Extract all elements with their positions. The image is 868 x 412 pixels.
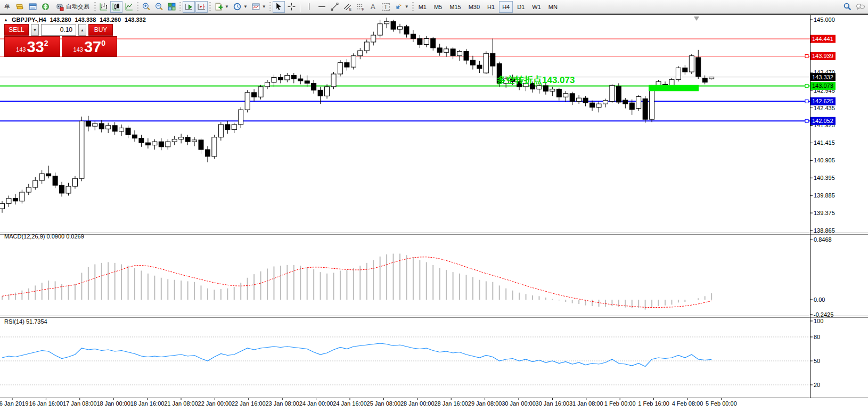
clock-icon [233,2,242,11]
timeframe-m30-button[interactable]: M30 [465,1,483,13]
periods-button[interactable]: ▼ [231,1,249,13]
autotrading-button[interactable]: 自动交易 [52,1,93,13]
time-axis-label: 25 Jan 08:00 [367,400,401,407]
candle-body [358,51,363,56]
line-chart-type-button[interactable] [123,1,135,13]
candle-body [172,139,177,142]
candle-body [431,39,436,48]
buy-price-prefix: 143 [73,46,83,53]
candle-body [312,83,316,90]
candle-body [616,86,621,102]
green-box[interactable] [649,85,699,92]
toolbar: 单 自动交易 [0,0,868,14]
trendline-icon [330,2,339,11]
text-label-tool-button[interactable]: T [380,1,392,13]
symbol-period-label: GBPJPY-,H4 [12,17,46,23]
vertical-line-tool-button[interactable] [303,1,315,13]
timeframe-w1-button[interactable]: W1 [529,1,544,13]
time-axis-label: 18 Jan 16:00 [130,400,165,407]
timeframe-h4-button[interactable]: H4 [499,1,513,13]
rsi-axis-label: 20 [814,382,820,388]
cursor-icon [274,2,283,11]
chart-shift-button[interactable] [195,1,208,13]
candle-body [444,49,449,52]
volume-decrease-button[interactable]: ▼ [31,24,39,36]
time-axis-label: 30 Jan 00:00 [502,400,536,407]
price-axis-label: 142.435 [814,105,835,111]
channel-tool-button[interactable]: E [341,1,354,13]
buy-price-button[interactable]: 143 37 0 [62,36,118,57]
candle-body [590,103,595,107]
collapse-panel-icon[interactable]: ▲ [4,18,8,22]
bar-chart-type-button[interactable] [97,1,110,13]
template-icon [214,2,223,11]
templates-button[interactable]: ▼ [212,1,231,13]
crosshair-tool-button[interactable] [285,1,298,13]
candle-body [351,56,356,67]
candle-body [689,56,694,72]
volume-input[interactable] [41,24,76,36]
volume-increase-button[interactable]: ▲ [78,24,86,36]
macd-axis-label: -0.2425 [814,311,833,318]
sell-price-pip: 2 [44,39,48,47]
horizontal-line-icon [317,2,326,11]
timeframe-h1-button[interactable]: H1 [484,1,498,13]
level-endpoint-handle[interactable] [805,119,808,122]
timeframe-m1-button[interactable]: M1 [415,1,430,13]
tile-windows-button[interactable] [166,1,178,13]
toolbar-grip [94,2,96,12]
candle-body [318,90,323,96]
fibonacci-tool-button[interactable]: F [354,1,366,13]
data-window-button[interactable] [27,1,39,13]
auto-scroll-button[interactable] [183,1,195,13]
candle-body [13,199,18,201]
candle-body [119,128,124,131]
sell-button[interactable]: SELL [4,24,29,36]
zoom-out-button[interactable] [153,1,165,13]
candlestick-chart-type-button[interactable] [110,1,122,13]
level-endpoint-handle[interactable] [805,84,808,87]
arrows-caret-icon: ▼ [405,4,409,9]
navigator-button[interactable] [39,1,52,13]
price-flag-label: 142.625 [812,98,833,104]
new-order-button[interactable]: 单 [1,1,13,13]
candle-body [398,27,403,29]
candle-body [26,187,31,192]
horizontal-line-tool-button[interactable] [316,1,328,13]
rsi-label: RSI(14) 51.7354 [4,318,47,325]
chart-title: ▲ GBPJPY-,H4 143.280 143.338 143.260 143… [4,17,146,23]
trendline-tool-button[interactable] [329,1,341,13]
candle-body [583,98,588,103]
timeframe-mn-button[interactable]: MN [545,1,561,13]
candle-body [543,86,548,91]
cursor-tool-button[interactable] [273,1,285,13]
time-axis-label: 24 Jan 00:00 [299,400,333,407]
arrows-tool-button[interactable]: ▼ [392,1,411,13]
price-axis-label: 139.885 [814,192,835,199]
price-flag-label: 143.073 [812,83,833,89]
candle-body [709,77,714,79]
price-axis-label: 138.865 [814,227,835,234]
timeframe-m15-button[interactable]: M15 [446,1,464,13]
level-endpoint-handle[interactable] [805,54,808,57]
level-endpoint-handle[interactable] [805,100,808,103]
search-button[interactable] [841,1,854,13]
candle-body [636,97,641,109]
candle-body [272,77,276,82]
chat-button[interactable] [854,1,867,13]
time-axis-label: 31 Jan 08:00 [569,400,603,407]
candle-body [345,63,349,67]
sell-price-button[interactable]: 143 33 2 [4,36,60,57]
candle-body [252,93,257,97]
timeframe-d1-button[interactable]: D1 [514,1,528,13]
templates-caret-icon: ▼ [225,4,229,9]
buy-button[interactable]: BUY [88,24,113,36]
market-watch-button[interactable] [14,1,26,13]
navigator-icon [41,2,50,11]
candle-body [391,21,396,29]
candle-body [610,85,615,101]
zoom-in-button[interactable] [140,1,152,13]
indicators-button[interactable]: ▼ [250,1,268,13]
text-tool-button[interactable]: A [367,1,379,13]
timeframe-m5-button[interactable]: M5 [431,1,445,13]
